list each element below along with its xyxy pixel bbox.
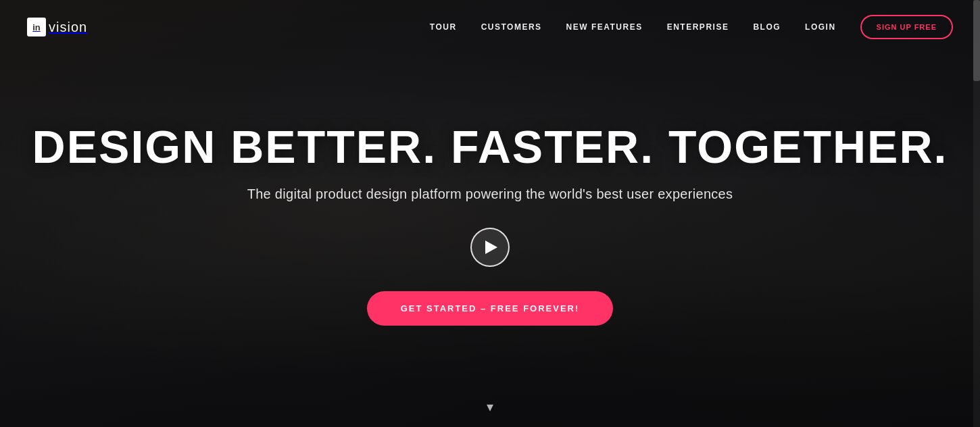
logo[interactable]: in vision: [27, 18, 87, 36]
logo-in-text: in: [32, 23, 41, 32]
nav-link-customers[interactable]: CUSTOMERS: [481, 22, 542, 32]
nav-link-new-features[interactable]: NEW FEATURES: [566, 22, 643, 32]
logo-box: in: [27, 18, 46, 36]
hero-section: in vision TOUR CUSTOMERS NEW FEATURES EN…: [0, 0, 980, 427]
nav-link-enterprise[interactable]: ENTERPRISE: [667, 22, 729, 32]
hero-title: DESIGN BETTER. FASTER. TOGETHER.: [32, 122, 948, 172]
cta-button[interactable]: GET STARTED – FREE FOREVER!: [367, 291, 614, 326]
play-icon: [485, 241, 497, 254]
nav-link-tour[interactable]: TOUR: [430, 22, 457, 32]
scrollbar-thumb[interactable]: [973, 0, 980, 81]
hero-subtitle: The digital product design platform powe…: [247, 186, 733, 202]
signup-button[interactable]: SIGN UP FREE: [860, 15, 953, 39]
logo-vision-text: vision: [49, 20, 87, 35]
nav-link-login[interactable]: LOGIN: [805, 22, 836, 32]
scrollbar[interactable]: [973, 0, 980, 427]
nav-link-blog[interactable]: BLOG: [753, 22, 781, 32]
scroll-down-indicator[interactable]: ▾: [487, 399, 493, 415]
play-button[interactable]: [470, 228, 510, 267]
nav-links: TOUR CUSTOMERS NEW FEATURES ENTERPRISE B…: [430, 15, 953, 39]
hero-content: DESIGN BETTER. FASTER. TOGETHER. The dig…: [0, 0, 980, 427]
navbar: in vision TOUR CUSTOMERS NEW FEATURES EN…: [0, 0, 980, 54]
